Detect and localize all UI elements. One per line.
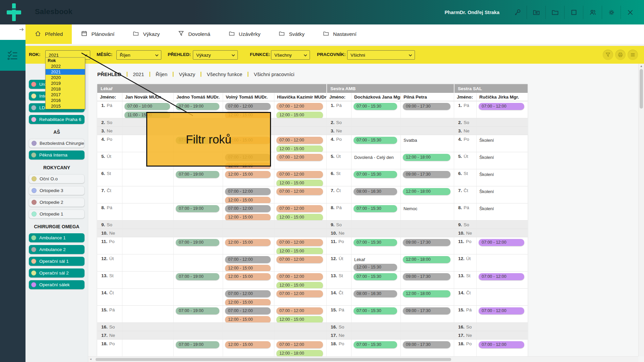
shift-badge[interactable]: 12:00 - 15:00	[225, 316, 271, 323]
shift-badge[interactable]: 07:00 - 12:00	[276, 290, 323, 297]
shift-badge[interactable]: 12:00 - 18:00	[403, 154, 450, 161]
shift-badge[interactable]: 09:00 - 17:30	[403, 273, 450, 280]
key-icon[interactable]	[508, 6, 527, 19]
shift-badge[interactable]: 07:00 - 12:00	[479, 103, 524, 110]
year-option-2016[interactable]: 2016	[46, 98, 85, 103]
tab-výkazy[interactable]: Výkazy	[123, 24, 169, 44]
shift-badge[interactable]: 12:00 - 15:00	[225, 299, 271, 306]
shift-badge[interactable]: 07:00 - 12:00	[276, 171, 323, 178]
shift-badge[interactable]: 07:00 - 19:00	[176, 341, 219, 348]
shift-badge[interactable]: 07:00 - 12:00	[276, 256, 323, 263]
shift-badge[interactable]: 07:00 - 15:30	[354, 137, 397, 144]
horizontal-scrollbar-thumb[interactable]	[96, 358, 451, 361]
tab-svátky[interactable]: Svátky	[269, 24, 314, 44]
shift-badge[interactable]: 07:00 - 12:00	[225, 205, 271, 212]
users-icon[interactable]	[583, 6, 602, 19]
shift-badge[interactable]: 07:00 - 10:00	[124, 103, 170, 110]
sidebar-item-rehabilitace-praha-6[interactable]: Rehabilitace Praha 6	[29, 115, 85, 124]
shift-badge[interactable]: 07:00 - 19:00	[176, 205, 219, 212]
shift-badge[interactable]: 07:00 - 15:30	[354, 239, 397, 246]
shift-badge[interactable]: 12:00 - 15:30	[354, 264, 397, 271]
shift-badge[interactable]: 12:00 - 15:00	[225, 171, 271, 178]
shift-note[interactable]: Školení	[479, 206, 528, 211]
sidebar-item-ortopedie-1[interactable]: Ortopedie 1	[29, 209, 85, 219]
shift-badge[interactable]: 12:00 - 15:00	[225, 239, 271, 246]
settings-icon[interactable]	[602, 6, 621, 19]
vertical-scrollbar[interactable]: ▲	[638, 64, 644, 356]
shift-badge[interactable]: 12:00 - 15:00	[225, 214, 271, 221]
scroll-left-icon[interactable]: ◂	[90, 357, 92, 361]
print-button[interactable]	[615, 50, 626, 60]
shift-badge[interactable]: 07:00 - 12:00	[479, 239, 524, 246]
shift-badge[interactable]: 12:00 - 18:00	[403, 256, 450, 263]
sidebar-item-opera-n-s-l-2[interactable]: Operační sál 2	[29, 268, 85, 278]
shift-badge[interactable]: 12:00 - 15:00	[276, 180, 323, 186]
shift-badge[interactable]: 09:00 - 17:30	[403, 239, 450, 246]
shift-badge[interactable]: 12:00 - 18:00	[403, 290, 450, 297]
shift-badge[interactable]: 07:00 - 12:00	[276, 103, 323, 110]
shift-badge[interactable]: 07:00 - 15:30	[354, 341, 397, 348]
tab-uzávěrky[interactable]: Uzávěrky	[219, 24, 270, 44]
year-option-2015[interactable]: 2015	[46, 103, 85, 109]
shift-note[interactable]: Lékař	[354, 257, 400, 262]
year-option-2017[interactable]: 2017	[46, 92, 85, 98]
folder-new-icon[interactable]: N	[527, 6, 545, 19]
shift-badge[interactable]: 07:00 - 12:00	[479, 307, 524, 314]
shift-badge[interactable]: 07:00 - 12:00	[479, 273, 524, 280]
shift-badge[interactable]: 09:00 - 17:30	[403, 171, 450, 178]
sidebar-item-ortopedie-2[interactable]: Ortopedie 2	[29, 198, 85, 207]
filter-select-funkce[interactable]: Všechny	[271, 50, 310, 60]
shift-badge[interactable]: 12:00 - 15:00	[225, 273, 271, 280]
shift-badge[interactable]: 08:00 - 16:30	[354, 290, 397, 297]
shift-badge[interactable]: 07:00 - 12:00	[479, 341, 524, 348]
shift-badge[interactable]: 07:00 - 12:00	[225, 103, 271, 110]
folder-icon[interactable]	[545, 6, 564, 19]
shift-badge[interactable]: 07:00 - 12:00	[225, 256, 271, 263]
shift-badge[interactable]: 07:00 - 12:00	[276, 341, 323, 348]
filter-select-pracovnik[interactable]: Všichni	[347, 50, 415, 60]
shift-badge[interactable]: 07:00 - 12:00	[276, 154, 323, 161]
shift-badge[interactable]: 07:00 - 12:00	[276, 273, 323, 280]
scroll-up-icon[interactable]: ▲	[639, 64, 644, 68]
shift-badge[interactable]: 07:00 - 12:00	[276, 137, 323, 144]
shift-badge[interactable]: 12:00 - 15:00	[276, 112, 323, 118]
shift-badge[interactable]: 09:00 - 17:30	[403, 103, 450, 110]
stop-square-icon[interactable]	[564, 6, 583, 19]
tab-plánování[interactable]: Plánování	[72, 24, 123, 44]
shift-badge[interactable]: 07:00 - 19:00	[176, 171, 219, 178]
sidebar-item-p-kn-interna[interactable]: Pěkná Interna	[29, 150, 85, 160]
shift-badge[interactable]: 07:00 - 19:00	[176, 273, 219, 280]
shift-badge[interactable]: 07:00 - 15:30	[354, 171, 397, 178]
shift-badge[interactable]: 07:00 - 15:30	[354, 103, 397, 110]
sidebar-item-ambulance-2[interactable]: Ambulance 2	[29, 245, 85, 254]
shift-badge[interactable]: 12:00 - 18:00	[276, 350, 323, 357]
sidebar-item-ambulance-1[interactable]: Ambulance 1	[29, 233, 85, 242]
shift-note[interactable]: Svatba	[404, 138, 454, 143]
shift-badge[interactable]: 07:00 - 12:00	[276, 239, 323, 246]
year-option-2019[interactable]: 2019	[46, 80, 85, 86]
shift-badge[interactable]: 07:00 - 12:00	[276, 307, 323, 314]
shift-badge[interactable]: 12:00 - 15:00	[276, 248, 323, 254]
menu-button[interactable]	[628, 50, 638, 60]
year-option-2018[interactable]: 2018	[46, 86, 85, 92]
tab-nastavení[interactable]: Nastavení	[314, 24, 366, 44]
shift-badge[interactable]: 07:00 - 12:00	[276, 205, 323, 212]
shift-badge[interactable]: 12:00 - 15:00	[276, 145, 323, 152]
close-icon[interactable]	[621, 6, 639, 19]
filter-button[interactable]	[603, 50, 613, 60]
sidebar-item-o-n-o-o[interactable]: Oční O.o	[29, 174, 85, 183]
shift-note[interactable]: Školení	[479, 172, 528, 177]
shift-badge[interactable]: 12:00 - 15:00	[225, 197, 271, 203]
sidebar-item-ortopedie-3[interactable]: Ortopedie 3	[29, 186, 85, 195]
shift-badge[interactable]: 09:00 - 17:30	[403, 307, 450, 314]
shift-badge[interactable]: 12:00 - 15:00	[276, 214, 323, 221]
shift-note[interactable]: Školení	[479, 189, 528, 194]
arrow-right-icon[interactable]	[18, 26, 25, 33]
checklist-icon[interactable]	[0, 40, 25, 71]
sidebar-item-opera-n-s-l-1[interactable]: Operační sál 1	[29, 257, 85, 266]
year-option-2021[interactable]: 2021	[46, 69, 85, 75]
year-option-2020[interactable]: 2020	[46, 75, 85, 80]
shift-badge[interactable]: 07:00 - 12:00	[225, 290, 271, 297]
shift-badge[interactable]: 12:00 - 15:00	[225, 341, 271, 348]
shift-badge[interactable]: 12:00 - 15:00	[276, 282, 323, 289]
